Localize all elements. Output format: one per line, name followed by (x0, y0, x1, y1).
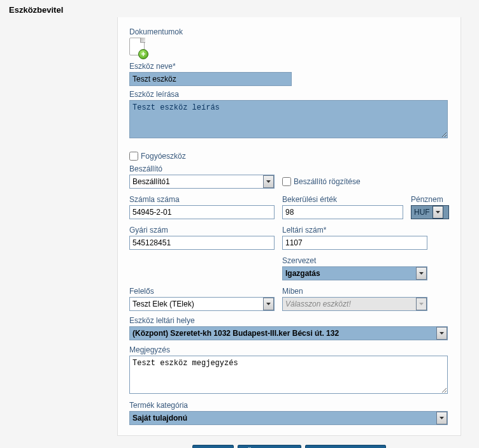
cost-input[interactable] (282, 205, 403, 219)
consumable-label: Fogyóeszköz (141, 152, 186, 161)
chevron-down-icon (416, 298, 427, 310)
page-title: Eszközbevitel (9, 5, 470, 15)
submit-button[interactable]: Bevitel (192, 445, 234, 448)
svg-marker-0 (266, 180, 271, 183)
category-value: Saját tulajdonú (130, 414, 436, 423)
svg-marker-6 (440, 417, 444, 419)
inventory-no-label: Leltári szám* (282, 226, 427, 235)
invoice-no-label: Számla száma (129, 195, 275, 204)
serial-label: Gyári szám (129, 226, 275, 235)
currency-label: Pénznem (411, 195, 449, 204)
svg-marker-3 (266, 303, 271, 305)
supplier-lock-checkbox[interactable] (282, 177, 291, 186)
in-what-select[interactable]: Válasszon eszközt! (282, 297, 427, 311)
chevron-down-icon (433, 206, 443, 219)
cost-label: Bekerülési érték (282, 195, 403, 204)
back-button[interactable]: Vissza a főoldalra (305, 445, 386, 448)
category-select[interactable]: Saját tulajdonú (129, 411, 448, 425)
tool-desc-input[interactable]: Teszt eszköz leírás (129, 100, 448, 138)
svg-marker-1 (436, 211, 440, 213)
supplier-lock-label: Beszállító rögzítése (294, 177, 361, 186)
category-label: Termék kategória (129, 401, 449, 410)
responsible-select[interactable]: Teszt Elek (TElek) (129, 297, 275, 311)
inv-location-value: (Központ) Szeretet-kh 1032 Budapest-III.… (130, 329, 436, 338)
responsible-label: Felelős (129, 287, 275, 296)
in-what-label: Miben (282, 287, 427, 296)
remark-input[interactable]: Teszt eszköz megjegyzés (129, 356, 448, 394)
chevron-down-icon (263, 298, 274, 310)
org-select[interactable]: Igazgatás (282, 266, 427, 280)
chevron-down-icon (436, 412, 447, 424)
svg-marker-5 (440, 332, 444, 335)
tool-name-input[interactable] (129, 72, 292, 86)
svg-marker-2 (419, 272, 424, 275)
supplier-label: Beszállító (129, 164, 449, 173)
asset-form: Dokumentumok + Eszköz neve* Eszköz leírá… (117, 17, 461, 436)
org-label: Szervezet (282, 256, 427, 265)
responsible-value: Teszt Elek (TElek) (130, 300, 263, 308)
tool-desc-label: Eszköz leírása (129, 90, 449, 99)
chevron-down-icon (436, 327, 447, 340)
consumable-checkbox[interactable] (129, 152, 138, 161)
in-what-placeholder: Válasszon eszközt! (283, 300, 416, 308)
add-document-icon[interactable]: + (129, 38, 146, 58)
supplier-value: Beszállító1 (130, 177, 263, 186)
chevron-down-icon (416, 267, 427, 280)
currency-value: HUF (411, 208, 433, 217)
inv-location-label: Eszköz leltári helye (129, 316, 449, 325)
tool-name-label: Eszköz neve* (129, 62, 449, 71)
clear-button[interactable]: Űrlap törlése (238, 445, 301, 448)
chevron-down-icon (263, 175, 274, 188)
serial-input[interactable] (129, 236, 275, 250)
org-value: Igazgatás (283, 269, 416, 278)
inventory-no-input[interactable] (282, 236, 427, 250)
svg-marker-4 (419, 303, 424, 305)
remark-label: Megjegyzés (129, 345, 449, 354)
currency-select[interactable]: HUF (411, 205, 449, 219)
inv-location-select[interactable]: (Központ) Szeretet-kh 1032 Budapest-III.… (129, 326, 448, 340)
invoice-no-input[interactable] (129, 205, 275, 219)
documents-label: Dokumentumok (129, 27, 449, 36)
supplier-select[interactable]: Beszállító1 (129, 175, 275, 189)
